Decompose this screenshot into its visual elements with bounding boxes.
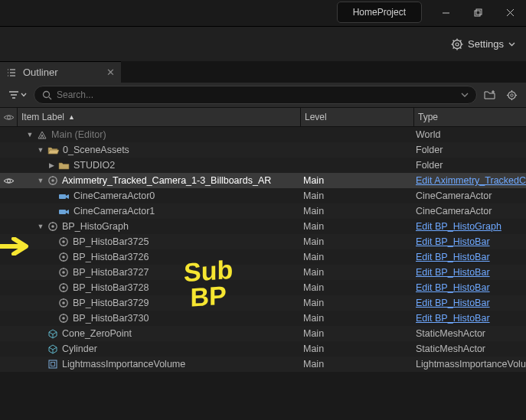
- tree-row[interactable]: CineCameraActor1MainCineCameraActor: [0, 203, 526, 219]
- level-cell: Main: [298, 175, 410, 186]
- item-text: BP_HistoBar3728: [73, 282, 149, 293]
- svg-point-60: [62, 301, 65, 304]
- tree-row[interactable]: BP_HistoBar3730MainEdit BP_HistoBar: [0, 311, 526, 326]
- world-icon: [37, 130, 47, 139]
- tree-row[interactable]: LightmassImportanceVolumeMainLightmassIm…: [0, 357, 526, 372]
- add-folder-button[interactable]: [482, 86, 498, 103]
- mesh-icon: [47, 343, 58, 354]
- folder-icon: [58, 161, 70, 170]
- svg-point-6: [456, 43, 459, 46]
- outliner-tab-label: Outliner: [23, 67, 58, 78]
- svg-rect-1: [475, 11, 480, 16]
- level-cell: Main: [298, 252, 410, 262]
- expand-arrow-right-icon[interactable]: ▶: [47, 161, 56, 169]
- item-text: CineCameraActor1: [74, 206, 155, 217]
- item-label: ▼BP_HistoGraph: [17, 221, 298, 232]
- tree-row[interactable]: BP_HistoBar3727MainEdit BP_HistoBar: [0, 265, 526, 280]
- item-label: BP_HistoBar3728: [17, 282, 298, 293]
- svg-line-12: [460, 47, 461, 48]
- type-cell[interactable]: Edit BP_HistoBar: [410, 267, 526, 278]
- type-cell[interactable]: Edit BP_HistoBar: [410, 298, 526, 308]
- level-cell: Main: [298, 313, 410, 324]
- item-label-column[interactable]: Item Label▲: [18, 112, 300, 122]
- item-text: Main (Editor): [51, 129, 106, 140]
- chevron-down-icon[interactable]: [461, 91, 469, 99]
- type-cell: CineCameraActor: [410, 190, 526, 201]
- tree-row[interactable]: ▼Main (Editor)World: [0, 127, 526, 142]
- svg-point-52: [62, 271, 65, 274]
- tree-row[interactable]: BP_HistoBar3726MainEdit BP_HistoBar: [0, 249, 526, 265]
- type-cell: StaticMeshActor: [410, 343, 526, 354]
- tree-row[interactable]: BP_HistoBar3725MainEdit BP_HistoBar: [0, 234, 526, 249]
- type-cell[interactable]: Edit Aximmetry_TrackedCamera: [410, 175, 526, 186]
- minimize-button[interactable]: [430, 0, 462, 24]
- type-cell[interactable]: Edit BP_HistoBar: [410, 236, 526, 247]
- close-window-button[interactable]: [494, 0, 526, 24]
- item-label: BP_HistoBar3726: [17, 252, 298, 262]
- item-text: LightmassImportanceVolume: [62, 359, 185, 370]
- svg-point-32: [7, 179, 10, 182]
- visibility-toggle[interactable]: [0, 177, 17, 185]
- expand-arrow-down-icon[interactable]: ▼: [36, 223, 45, 230]
- filter-button[interactable]: [6, 86, 29, 104]
- project-title: HomeProject: [353, 7, 406, 18]
- expand-arrow-down-icon[interactable]: ▼: [36, 146, 45, 154]
- close-icon[interactable]: ✕: [106, 67, 115, 78]
- tree-row[interactable]: CineCameraActor0MainCineCameraActor: [0, 188, 526, 203]
- svg-rect-2: [476, 9, 482, 15]
- type-cell: StaticMeshActor: [410, 328, 526, 339]
- item-text: BP_HistoBar3730: [73, 313, 149, 324]
- tree-row[interactable]: CylinderMainStaticMeshActor: [0, 341, 526, 357]
- settings-label: Settings: [468, 38, 504, 50]
- search-input[interactable]: [57, 90, 461, 100]
- level-column[interactable]: Level: [301, 112, 413, 122]
- svg-line-11: [453, 40, 454, 41]
- tree-row[interactable]: Cone_ZeroPointMainStaticMeshActor: [0, 326, 526, 341]
- bp-icon: [58, 282, 69, 293]
- level-cell: Main: [298, 343, 410, 354]
- item-text: BP_HistoGraph: [62, 221, 129, 232]
- type-column[interactable]: Type: [414, 112, 526, 122]
- level-cell: Main: [298, 206, 410, 217]
- svg-rect-37: [59, 194, 66, 199]
- svg-line-14: [453, 47, 454, 48]
- level-cell: Main: [298, 190, 410, 201]
- project-tab[interactable]: HomeProject: [337, 2, 422, 23]
- settings-button[interactable]: Settings: [451, 38, 515, 50]
- search-field[interactable]: [34, 86, 477, 104]
- maximize-button[interactable]: [462, 0, 494, 24]
- expand-arrow-down-icon[interactable]: ▼: [36, 177, 45, 184]
- item-label: ▼Main (Editor): [17, 129, 298, 140]
- item-label: BP_HistoBar3725: [17, 236, 298, 247]
- item-label: Cone_ZeroPoint: [17, 328, 298, 339]
- column-headers: Item Label▲ Level Type: [0, 107, 526, 127]
- outliner-tab[interactable]: Outliner ✕: [0, 61, 121, 83]
- type-cell[interactable]: Edit BP_HistoBar: [410, 282, 526, 293]
- type-cell[interactable]: Edit BP_HistoBar: [410, 313, 526, 324]
- tree-row[interactable]: ▼BP_HistoGraphMainEdit BP_HistoGraph: [0, 219, 526, 234]
- tree-row[interactable]: ▼0_SceneAssetsFolder: [0, 142, 526, 158]
- item-label: ▶STUDIO2: [17, 160, 298, 171]
- svg-point-31: [7, 116, 10, 119]
- svg-line-22: [49, 97, 51, 99]
- svg-point-34: [51, 179, 54, 182]
- tree-row[interactable]: ▼Aximmetry_Tracked_Camera_1-3_Billboards…: [0, 173, 526, 188]
- type-cell[interactable]: Edit BP_HistoGraph: [410, 221, 526, 232]
- svg-rect-68: [51, 363, 55, 366]
- expand-arrow-down-icon[interactable]: ▼: [25, 131, 34, 138]
- gear-icon[interactable]: [503, 86, 520, 103]
- level-cell: Main: [298, 221, 410, 232]
- type-cell: Folder: [410, 160, 526, 171]
- item-text: BP_HistoBar3725: [73, 236, 149, 247]
- item-label: BP_HistoBar3729: [17, 298, 298, 308]
- visibility-column[interactable]: [0, 113, 17, 122]
- item-text: STUDIO2: [74, 160, 115, 171]
- tree-row[interactable]: ▶STUDIO2Folder: [0, 158, 526, 173]
- svg-line-13: [460, 40, 461, 41]
- item-label: BP_HistoBar3730: [17, 313, 298, 324]
- item-text: Cone_ZeroPoint: [62, 328, 132, 339]
- svg-rect-67: [49, 360, 57, 368]
- type-cell[interactable]: Edit BP_HistoBar: [410, 252, 526, 262]
- tree-row[interactable]: BP_HistoBar3729MainEdit BP_HistoBar: [0, 295, 526, 311]
- tree-row[interactable]: BP_HistoBar3728MainEdit BP_HistoBar: [0, 280, 526, 295]
